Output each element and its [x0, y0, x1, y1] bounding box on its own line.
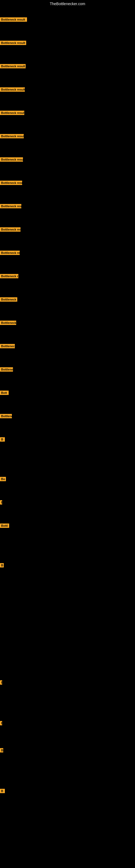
- bottleneck-label-25: B: [0, 721, 2, 725]
- bottleneck-item-26: B: [0, 748, 3, 753]
- bottleneck-item-3: Bottleneck result: [0, 64, 26, 69]
- bottleneck-item-10: Bottleneck result: [0, 227, 20, 233]
- bottleneck-item-27: B: [0, 789, 5, 794]
- bottleneck-label-6: Bottleneck result: [0, 134, 24, 138]
- bottleneck-item-7: Bottleneck result: [0, 157, 23, 163]
- bottleneck-label-26: B: [0, 748, 3, 752]
- bottleneck-item-25: B: [0, 721, 2, 726]
- bottleneck-label-2: Bottleneck result: [0, 41, 26, 45]
- bottleneck-label-9: Bottleneck result: [0, 204, 21, 208]
- bottleneck-item-19: B: [0, 437, 5, 443]
- bottleneck-item-15: Bottleneck re: [0, 344, 15, 349]
- bottleneck-item-18: Bottlene: [0, 414, 12, 420]
- bottleneck-label-14: Bottleneck re: [0, 321, 16, 325]
- site-title: TheBottlenecker.com: [0, 0, 135, 8]
- bottleneck-item-4: Bottleneck result: [0, 87, 25, 93]
- bottleneck-item-12: Bottleneck re: [0, 274, 18, 279]
- bottleneck-label-11: Bottleneck result: [0, 251, 20, 255]
- bottleneck-item-5: Bottleneck result: [0, 111, 24, 116]
- bottleneck-label-4: Bottleneck result: [0, 87, 25, 92]
- bottleneck-label-17: Bott: [0, 391, 9, 395]
- bottleneck-item-9: Bottleneck result: [0, 204, 21, 209]
- bottleneck-item-1: Bottleneck result: [0, 18, 27, 23]
- bottleneck-item-13: Bottleneck re: [0, 297, 17, 303]
- bottleneck-label-21: B: [0, 500, 2, 504]
- bottleneck-label-24: B: [0, 680, 2, 685]
- bottleneck-item-22: Bottl: [0, 524, 9, 529]
- bottleneck-label-20: Bo: [0, 477, 6, 481]
- bottleneck-item-20: Bo: [0, 477, 6, 482]
- bottleneck-item-24: B: [0, 680, 2, 686]
- bottleneck-label-18: Bottlene: [0, 414, 12, 418]
- bottleneck-item-17: Bott: [0, 391, 9, 396]
- bottleneck-item-14: Bottleneck re: [0, 321, 16, 326]
- bottleneck-label-16: Bottlenec: [0, 367, 13, 372]
- bottleneck-item-6: Bottleneck result: [0, 134, 24, 140]
- bottleneck-label-12: Bottleneck re: [0, 274, 18, 278]
- bottleneck-item-16: Bottlenec: [0, 367, 13, 373]
- bottleneck-label-19: B: [0, 437, 5, 442]
- bottleneck-label-15: Bottleneck re: [0, 344, 15, 348]
- bottleneck-label-22: Bottl: [0, 524, 9, 528]
- bottleneck-item-21: B: [0, 500, 2, 506]
- bottleneck-label-5: Bottleneck result: [0, 111, 24, 115]
- bottleneck-label-7: Bottleneck result: [0, 157, 23, 162]
- bottleneck-item-8: Bottleneck result: [0, 181, 22, 186]
- bottleneck-item-11: Bottleneck result: [0, 251, 20, 256]
- bottleneck-label-10: Bottleneck result: [0, 227, 20, 231]
- bottleneck-label-3: Bottleneck result: [0, 64, 26, 68]
- bottleneck-label-8: Bottleneck result: [0, 181, 22, 185]
- bottleneck-label-13: Bottleneck re: [0, 297, 17, 302]
- bottleneck-item-2: Bottleneck result: [0, 41, 26, 46]
- bottleneck-label-27: B: [0, 789, 5, 793]
- bottleneck-label-1: Bottleneck result: [0, 18, 27, 22]
- bottleneck-label-23: B: [0, 563, 4, 567]
- bottleneck-item-23: B: [0, 563, 4, 568]
